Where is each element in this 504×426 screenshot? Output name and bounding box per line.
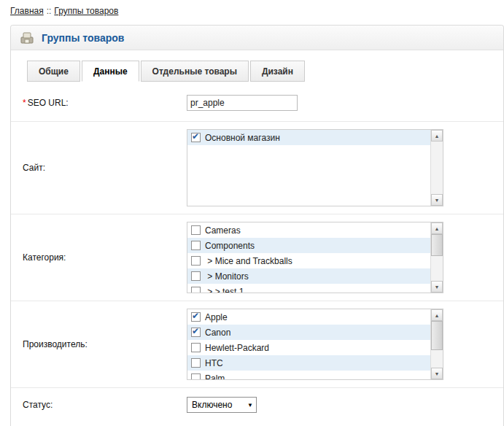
breadcrumb: Главная::Группы товаров [0, 0, 504, 16]
tab-bar: Общие Данные Отдельные товары Дизайн [27, 61, 503, 82]
manufacturer-option-label: Palm [205, 373, 225, 381]
scroll-down-icon[interactable]: ▼ [431, 194, 443, 206]
product-groups-icon [19, 31, 35, 45]
category-option-row: Components [187, 238, 430, 253]
manufacturer-scrollbox: Apple Canon Hewlett-Packard HTC [187, 309, 443, 380]
manufacturer-option-checkbox[interactable] [191, 343, 201, 352]
tab-content: *SEO URL: Сайт: Основной магазин ▲ ▼ [11, 82, 503, 426]
site-option-label: Основной магазин [205, 133, 280, 143]
category-scrollbar[interactable]: ▲ ▼ [430, 222, 443, 293]
site-scrollbar[interactable]: ▲ ▼ [430, 130, 443, 206]
chevron-down-icon: ▼ [247, 402, 253, 408]
site-option-row: Основной магазин [187, 130, 430, 145]
manufacturer-option-label: HTC [205, 358, 223, 368]
category-option-row: > Mice and Trackballs [187, 253, 430, 268]
category-option-label: > Monitors [205, 271, 249, 282]
category-option-label: > Mice and Trackballs [205, 256, 292, 266]
category-scrollbox: Cameras Components > Mice and Trackballs… [187, 222, 443, 293]
product-groups-panel: Группы товаров Общие Данные Отдельные то… [10, 25, 504, 426]
breadcrumb-separator: :: [47, 6, 52, 16]
status-select-value: Включено [192, 400, 232, 410]
status-select[interactable]: Включено ▼ [187, 397, 257, 413]
required-mark: * [23, 98, 26, 108]
scrollbar-thumb[interactable] [431, 234, 443, 256]
site-scrollbox: Основной магазин ▲ ▼ [187, 129, 443, 206]
category-option-checkbox[interactable] [191, 241, 201, 250]
manufacturer-option-row: HTC [187, 355, 430, 371]
manufacturer-option-checkbox[interactable] [191, 328, 201, 337]
category-label: Категория: [11, 252, 187, 263]
tab-design[interactable]: Дизайн [250, 61, 305, 82]
seo-url-label: *SEO URL: [11, 98, 187, 108]
tab-individual-products[interactable]: Отдельные товары [141, 61, 249, 82]
manufacturer-row: Производитель: Apple Canon Hewlett-Packa… [11, 301, 503, 388]
manufacturer-option-label: Apple [205, 312, 228, 322]
status-label: Статус: [11, 400, 187, 410]
manufacturer-option-checkbox[interactable] [191, 373, 201, 380]
manufacturer-option-checkbox[interactable] [191, 358, 201, 368]
manufacturer-option-checkbox[interactable] [191, 312, 201, 322]
category-option-row: > Monitors [187, 268, 430, 284]
panel-heading: Группы товаров [11, 26, 503, 50]
tab-data[interactable]: Данные [82, 61, 139, 82]
breadcrumb-current-link[interactable]: Группы товаров [54, 6, 118, 16]
category-option-label: > > test 1 [205, 287, 244, 294]
seo-url-row: *SEO URL: [11, 82, 503, 122]
breadcrumb-home-link[interactable]: Главная [10, 6, 44, 16]
scroll-up-icon[interactable]: ▲ [431, 130, 443, 142]
category-option-checkbox[interactable] [191, 271, 201, 281]
category-row: Категория: Cameras Components > Mice and… [11, 214, 503, 301]
category-option-checkbox[interactable] [191, 287, 201, 293]
manufacturer-option-row: Palm [187, 371, 430, 380]
scrollbar-thumb[interactable] [431, 321, 443, 350]
manufacturer-option-row: Hewlett-Packard [187, 340, 430, 355]
tab-general[interactable]: Общие [27, 61, 80, 82]
manufacturer-option-label: Canon [205, 328, 230, 338]
site-label: Сайт: [11, 163, 187, 173]
category-option-checkbox[interactable] [191, 256, 201, 266]
manufacturer-label: Производитель: [11, 339, 187, 349]
manufacturer-scrollbar[interactable]: ▲ ▼ [430, 309, 443, 379]
scroll-up-icon[interactable]: ▲ [431, 309, 443, 321]
manufacturer-option-label: Hewlett-Packard [205, 343, 269, 353]
category-option-label: Components [205, 241, 255, 251]
manufacturer-option-row: Canon [187, 325, 430, 340]
seo-url-input[interactable] [187, 95, 298, 111]
status-row: Статус: Включено ▼ [11, 388, 503, 423]
category-option-checkbox[interactable] [191, 225, 201, 235]
site-option-checkbox[interactable] [191, 133, 201, 142]
scroll-down-icon[interactable]: ▼ [431, 368, 443, 379]
scroll-down-icon[interactable]: ▼ [431, 281, 443, 293]
scroll-up-icon[interactable]: ▲ [431, 222, 443, 234]
category-option-label: Cameras [205, 225, 241, 236]
category-option-row: > > test 1 [187, 284, 430, 293]
category-option-row: Cameras [187, 222, 430, 238]
site-row: Сайт: Основной магазин ▲ ▼ [11, 122, 503, 214]
manufacturer-option-row: Apple [187, 309, 430, 325]
page-title: Группы товаров [42, 32, 124, 44]
